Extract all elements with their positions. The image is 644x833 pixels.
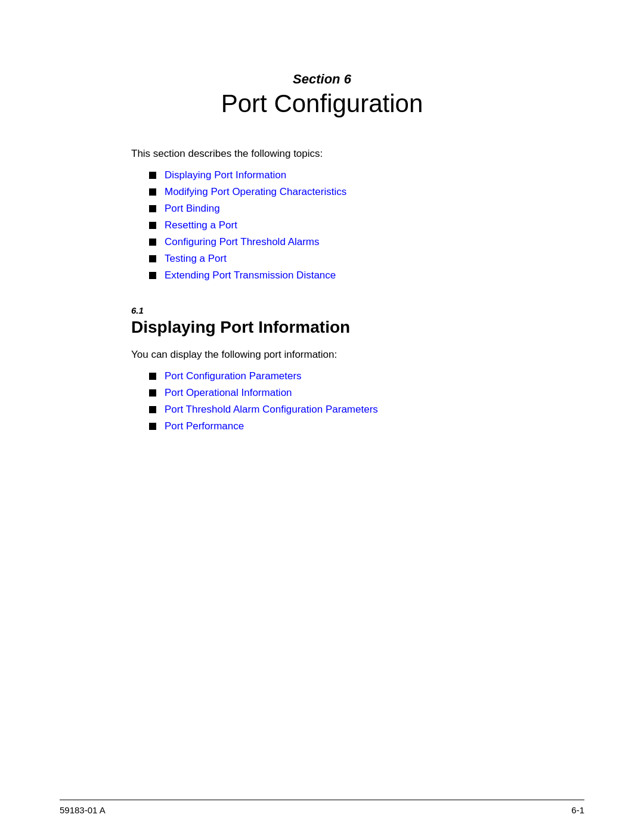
subsection-title: Displaying Port Information — [131, 318, 584, 337]
list-item: Port Threshold Alarm Configuration Param… — [149, 404, 584, 416]
bullet-icon — [149, 272, 156, 279]
subtopic-link-threshold-alarm[interactable]: Port Threshold Alarm Configuration Param… — [165, 404, 378, 416]
topic-link-modifying[interactable]: Modifying Port Operating Characteristics — [165, 186, 346, 198]
bullet-icon — [149, 389, 156, 397]
list-item: Port Performance — [149, 420, 584, 432]
subsection-intro: You can display the following port infor… — [131, 349, 584, 361]
footer-page-number: 6-1 — [571, 805, 584, 815]
subtopics-list: Port Configuration Parameters Port Opera… — [149, 370, 584, 432]
topics-list: Displaying Port Information Modifying Po… — [149, 169, 584, 281]
footer-document-id: 59183-01 A — [60, 805, 106, 815]
list-item: Testing a Port — [149, 253, 584, 265]
list-item: Port Operational Information — [149, 387, 584, 399]
topic-link-extending[interactable]: Extending Port Transmission Distance — [165, 270, 336, 281]
topic-link-resetting[interactable]: Resetting a Port — [165, 219, 237, 231]
bullet-icon — [149, 373, 156, 380]
topic-link-binding[interactable]: Port Binding — [165, 203, 220, 215]
topic-link-configuring[interactable]: Configuring Port Threshold Alarms — [165, 236, 320, 248]
section-title: Port Configuration — [60, 89, 584, 118]
subtopic-link-performance[interactable]: Port Performance — [165, 420, 244, 432]
bullet-icon — [149, 188, 156, 196]
section-header: Section 6 Port Configuration — [60, 72, 584, 118]
section-label: Section 6 — [60, 72, 584, 87]
list-item: Port Configuration Parameters — [149, 370, 584, 382]
subsection-number: 6.1 — [131, 305, 584, 315]
bullet-icon — [149, 172, 156, 179]
page: Section 6 Port Configuration This sectio… — [0, 0, 644, 833]
bullet-icon — [149, 423, 156, 430]
bullet-icon — [149, 255, 156, 262]
bullet-icon — [149, 239, 156, 246]
subtopic-link-operational[interactable]: Port Operational Information — [165, 387, 292, 399]
list-item: Configuring Port Threshold Alarms — [149, 236, 584, 248]
topic-link-displaying[interactable]: Displaying Port Information — [165, 169, 286, 181]
list-item: Displaying Port Information — [149, 169, 584, 181]
bullet-icon — [149, 406, 156, 413]
bullet-icon — [149, 205, 156, 212]
list-item: Port Binding — [149, 203, 584, 215]
list-item: Resetting a Port — [149, 219, 584, 231]
topic-link-testing[interactable]: Testing a Port — [165, 253, 227, 265]
subtopic-link-config-params[interactable]: Port Configuration Parameters — [165, 370, 302, 382]
intro-text: This section describes the following top… — [131, 148, 584, 160]
bullet-icon — [149, 222, 156, 229]
list-item: Modifying Port Operating Characteristics — [149, 186, 584, 198]
page-footer: 59183-01 A 6-1 — [60, 800, 584, 815]
list-item: Extending Port Transmission Distance — [149, 270, 584, 281]
